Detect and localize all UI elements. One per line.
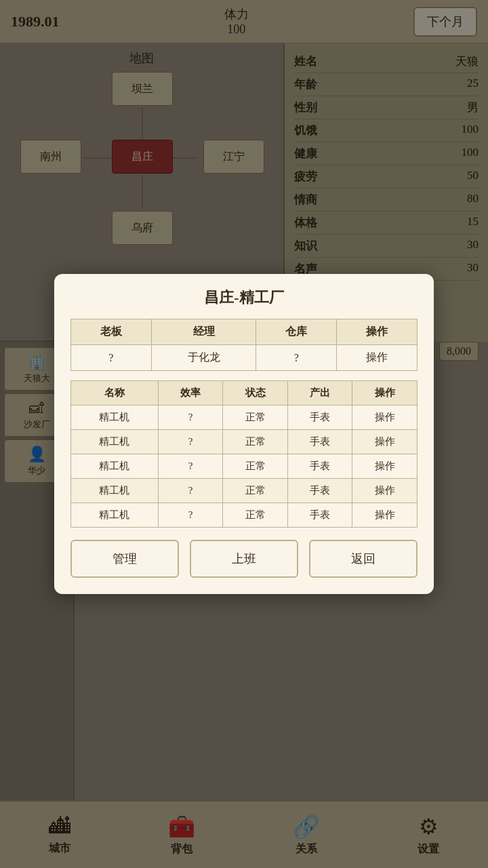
machine-body: 精工机?正常手表操作精工机?正常手表操作精工机?正常手表操作精工机?正常手表操作… xyxy=(71,406,418,528)
info-data-cell: 于化龙 xyxy=(151,345,256,371)
machine-row: 精工机?正常手表操作 xyxy=(71,479,418,503)
machine-status: 正常 xyxy=(223,454,288,479)
machine-output: 手表 xyxy=(287,454,352,479)
machine-row: 精工机?正常手表操作 xyxy=(71,454,418,479)
machine-output: 手表 xyxy=(287,479,352,503)
info-col-header: 仓库 xyxy=(256,319,337,345)
machine-action[interactable]: 操作 xyxy=(352,479,418,503)
machine-col-header: 名称 xyxy=(71,381,159,406)
machine-action[interactable]: 操作 xyxy=(352,454,418,479)
machine-action[interactable]: 操作 xyxy=(352,503,418,528)
info-table-body: ?于化龙?操作 xyxy=(71,345,418,371)
machine-efficiency: ? xyxy=(158,406,223,430)
machine-status: 正常 xyxy=(223,406,288,430)
manage-button[interactable]: 管理 xyxy=(70,540,179,578)
info-col-header: 经理 xyxy=(151,319,256,345)
machine-col-header: 操作 xyxy=(352,381,418,406)
work-button[interactable]: 上班 xyxy=(190,540,298,578)
machine-action[interactable]: 操作 xyxy=(352,406,418,430)
machine-output: 手表 xyxy=(287,503,352,528)
modal-buttons: 管理 上班 返回 xyxy=(70,540,418,578)
modal-overlay: 昌庄-精工厂 老板经理仓库操作 ?于化龙?操作 名称效率状态产出操作 精工机?正… xyxy=(0,0,488,868)
machine-header: 名称效率状态产出操作 xyxy=(71,381,418,406)
machine-status: 正常 xyxy=(223,503,288,528)
machine-efficiency: ? xyxy=(158,479,223,503)
machine-row: 精工机?正常手表操作 xyxy=(71,406,418,430)
machine-row: 精工机?正常手表操作 xyxy=(71,503,418,528)
machine-row: 精工机?正常手表操作 xyxy=(71,430,418,454)
info-col-header: 老板 xyxy=(71,319,152,345)
modal-title: 昌庄-精工厂 xyxy=(70,288,418,308)
machine-efficiency: ? xyxy=(158,430,223,454)
machine-output: 手表 xyxy=(287,430,352,454)
machine-action[interactable]: 操作 xyxy=(352,430,418,454)
machine-col-header: 产出 xyxy=(287,381,352,406)
info-data-cell: ? xyxy=(256,345,337,371)
machine-name: 精工机 xyxy=(71,479,159,503)
info-data-cell: ? xyxy=(71,345,152,371)
info-table-header: 老板经理仓库操作 xyxy=(71,319,418,345)
machine-table: 名称效率状态产出操作 精工机?正常手表操作精工机?正常手表操作精工机?正常手表操… xyxy=(70,380,418,528)
machine-efficiency: ? xyxy=(158,454,223,479)
machine-name: 精工机 xyxy=(71,406,159,430)
info-table: 老板经理仓库操作 ?于化龙?操作 xyxy=(70,319,418,371)
machine-status: 正常 xyxy=(223,430,288,454)
machine-efficiency: ? xyxy=(158,503,223,528)
info-header-row: 老板经理仓库操作 xyxy=(71,319,418,345)
machine-col-header: 状态 xyxy=(223,381,288,406)
modal: 昌庄-精工厂 老板经理仓库操作 ?于化龙?操作 名称效率状态产出操作 精工机?正… xyxy=(54,274,434,594)
machine-name: 精工机 xyxy=(71,430,159,454)
machine-name: 精工机 xyxy=(71,454,159,479)
machine-status: 正常 xyxy=(223,479,288,503)
machine-name: 精工机 xyxy=(71,503,159,528)
info-col-header: 操作 xyxy=(337,319,418,345)
machine-col-header: 效率 xyxy=(158,381,223,406)
back-button[interactable]: 返回 xyxy=(309,540,418,578)
info-data-row: ?于化龙?操作 xyxy=(71,345,418,371)
info-action-cell[interactable]: 操作 xyxy=(337,345,418,371)
machine-output: 手表 xyxy=(287,406,352,430)
machine-header-row: 名称效率状态产出操作 xyxy=(71,381,418,406)
